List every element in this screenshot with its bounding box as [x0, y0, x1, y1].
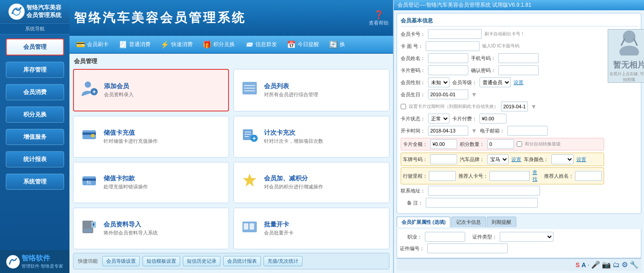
expire-calendar-icon[interactable]: ▼ — [531, 103, 537, 110]
plate-no-input[interactable] — [430, 154, 457, 164]
sidebar-logo: 智络汽车美容 会员管理系统 — [0, 0, 69, 23]
tab-count-card-info[interactable]: 记次卡信息 — [451, 217, 486, 227]
gender-select[interactable]: 未知 男 女 — [428, 77, 450, 87]
open-time-calendar-icon[interactable]: ▼ — [471, 127, 477, 134]
quick-charge-stats[interactable]: 充值/充次统计 — [264, 256, 303, 266]
member-name-input[interactable] — [428, 53, 468, 63]
car-color-select[interactable] — [551, 154, 574, 164]
sidebar-item-member-mgmt[interactable]: 会员管理 — [6, 38, 64, 55]
exchange-icon: 🔄 — [329, 40, 338, 49]
nav-exchange[interactable]: 🔄 换 — [324, 38, 350, 51]
auto-transfer-checkbox[interactable] — [517, 141, 522, 147]
open-time-input[interactable] — [428, 126, 468, 136]
sa-files-icon[interactable]: 🗂 — [613, 261, 620, 269]
menu-recharge-stored[interactable]: 储值卡充值 针对储值卡进行充值操作 — [73, 116, 229, 158]
address-input[interactable] — [428, 186, 540, 196]
sa-gear-icon[interactable]: ⚙ — [622, 260, 628, 269]
phone-input[interactable] — [498, 53, 539, 63]
car-info-row: 车牌号码： 汽车品牌： 宝马 奔驰 奥迪 大众 设置 车身颜色： — [401, 153, 604, 166]
expire-date-input[interactable] — [501, 102, 528, 111]
sa-tool-icon[interactable]: 🔧 — [630, 260, 639, 269]
nav-today-remind[interactable]: 📅 今日提醒 — [282, 38, 324, 51]
menu-deduct-stored[interactable]: 扣 储值卡扣款 处理充值时错误操作 — [73, 162, 229, 204]
level-select[interactable]: 普通会员 银卡会员 金卡会员 — [480, 77, 511, 87]
menu-member-points[interactable]: 会员加、减积分 对会员的积分进行增减操作 — [233, 162, 389, 204]
card-pwd-input[interactable] — [428, 65, 468, 75]
sa-mic-icon[interactable]: 🎤 — [591, 260, 600, 269]
open-time-row: 开卡时间： ▼ 电子邮箱： — [401, 126, 604, 136]
open-time-label: 开卡时间： — [401, 128, 425, 134]
sa-camera-icon[interactable]: 📷 — [602, 260, 611, 269]
cert-type-select[interactable]: 身份证 护照 — [500, 232, 553, 242]
confirm-pwd-input[interactable] — [498, 65, 539, 75]
card-fee-input[interactable] — [480, 114, 506, 124]
gender-label: 会员性别： — [401, 79, 425, 86]
sidebar-nav: 会员管理 库存管理 会员消费 积分兑换 增值服务 统计报表 系统管理 — [0, 34, 69, 250]
recharge-count-text: 计次卡充次 针对计次卡，增加项目次数 — [264, 129, 323, 145]
sidebar-item-system-mgmt[interactable]: 系统管理 — [6, 174, 64, 190]
tab-expire-remind[interactable]: 到期提醒 — [487, 217, 516, 227]
card-status-select[interactable]: 正常 挂失 注销 — [428, 114, 450, 124]
job-input[interactable] — [425, 232, 465, 242]
svg-point-1 — [85, 81, 91, 88]
sidebar-item-value-service[interactable]: 增值服务 — [6, 129, 64, 145]
nav-fast-consume[interactable]: ⚡ 快速消费 — [156, 38, 197, 51]
quick-sms-history[interactable]: 短信历史记录 — [183, 256, 220, 266]
level-set-link[interactable]: 设置 — [514, 79, 523, 86]
quick-member-level-set[interactable]: 会员等级设置 — [102, 256, 140, 266]
car-brand-select[interactable]: 宝马 奔驰 奥迪 大众 — [487, 154, 509, 164]
points-input[interactable] — [487, 139, 514, 149]
birthday-calendar-icon[interactable]: ▼ — [471, 91, 477, 98]
cert-no-input[interactable] — [427, 243, 508, 253]
sidebar-item-member-consume[interactable]: 会员消费 — [6, 84, 64, 100]
car-color-set-link[interactable]: 设置 — [576, 156, 586, 163]
car-color-label: 车身颜色： — [524, 156, 549, 163]
nav-member-swipe[interactable]: 💳 会员刷卡 — [72, 38, 113, 51]
card-no-row: 会员卡号： 刷卡自动刷出卡号！ — [401, 29, 604, 39]
level-label: 会员等级： — [452, 79, 477, 86]
deduct-stored-text: 储值卡扣款 处理充值时错误操作 — [104, 175, 148, 190]
sidebar-item-points-exchange[interactable]: 积分兑换 — [6, 107, 64, 123]
app-title: 智络汽车美容会员管理系统 — [74, 9, 365, 26]
expire-checkbox[interactable] — [401, 104, 406, 109]
menu-batch-open[interactable]: 批量开卡 会员批量开卡 — [233, 208, 389, 249]
quick-sms-template[interactable]: 短信模板设置 — [143, 256, 180, 266]
card-total-label: 卡片全额： — [403, 141, 428, 148]
email-input[interactable] — [507, 126, 548, 136]
form-section-title: 会员基本信息 — [401, 17, 637, 26]
nav-normal-consume[interactable]: 🧾 普通消费 — [114, 38, 155, 51]
birthday-label: 会员生日： — [401, 91, 425, 98]
card-no-input[interactable] — [428, 29, 482, 39]
menu-import-member[interactable]: 会员资料导入 将外部会员资料导入系统 — [73, 208, 229, 249]
photo-box[interactable]: 暂无相片 在照片上点右键, 可以拍照哦 — [608, 29, 644, 83]
help-button[interactable]: ❓ 查看帮助 — [369, 10, 389, 26]
sidebar-item-inventory-mgmt[interactable]: 库存管理 — [6, 62, 64, 78]
referrer-search-link[interactable]: 查找 — [532, 169, 542, 183]
card-total-input[interactable] — [430, 139, 457, 149]
menu-add-member[interactable]: + 添加会员 会员资料录入 — [73, 69, 229, 111]
face-no-input[interactable] — [426, 41, 480, 51]
tab-extend-props[interactable]: 会员扩展属性 (选填) — [397, 217, 450, 227]
referrer-name-input[interactable] — [575, 171, 602, 181]
menu-grid: + 添加会员 会员资料录入 会员列 — [73, 69, 389, 249]
menu-member-list[interactable]: 会员列表 对所有会员进行综合管理 — [233, 69, 389, 111]
birthday-input[interactable] — [428, 90, 468, 99]
member-name-label: 会员姓名： — [401, 55, 425, 62]
svg-text:扣: 扣 — [86, 180, 91, 185]
face-no-row: 卡 面 号： 输入ID IC卡面号码 — [401, 41, 604, 51]
car-brand-set-link[interactable]: 设置 — [511, 156, 521, 163]
nav-sms-group[interactable]: 📨 信息群发 — [240, 38, 281, 51]
svg-text:+: + — [252, 135, 256, 142]
mileage-input[interactable] — [429, 171, 456, 181]
logo-icon — [9, 4, 25, 20]
referrer-card-label: 推荐人卡号： — [458, 173, 487, 179]
referrer-card-input[interactable] — [489, 171, 530, 181]
quick-member-stats[interactable]: 会员统计报表 — [223, 256, 261, 266]
member-points-icon — [241, 172, 259, 193]
remarks-input[interactable] — [426, 198, 538, 208]
sidebar-bottom: 智络软件 管理软件·智络是专家 — [0, 250, 69, 273]
sidebar-item-stats-report[interactable]: 统计报表 — [6, 151, 64, 167]
nav-points-redeem[interactable]: 🎁 积分兑换 — [198, 38, 239, 51]
menu-recharge-count[interactable]: + 计次卡充次 针对计次卡，增加项目次数 — [233, 116, 389, 158]
job-label: 职业： — [400, 234, 422, 240]
